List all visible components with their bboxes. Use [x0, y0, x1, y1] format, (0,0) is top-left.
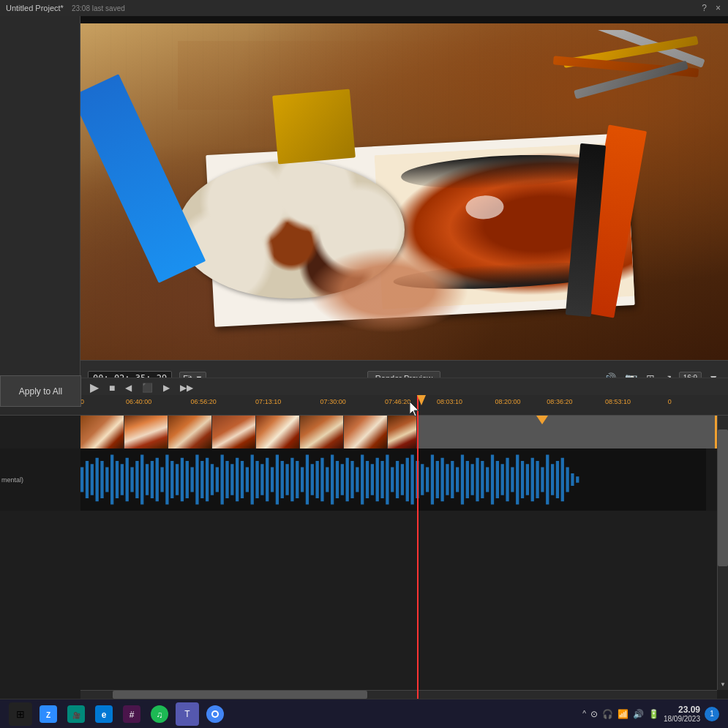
horizontal-scrollbar[interactable] — [80, 690, 717, 699]
svg-rect-44 — [296, 461, 299, 498]
svg-text:e: e — [102, 710, 107, 720]
svg-rect-66 — [406, 458, 409, 502]
video-container — [80, 16, 728, 375]
svg-rect-17 — [160, 468, 163, 492]
teams-taskbar-icon[interactable]: T — [176, 702, 199, 726]
svg-rect-94 — [546, 455, 549, 505]
scroll-down-arrow[interactable]: ▼ — [718, 679, 728, 690]
edge-taskbar-icon[interactable]: e — [92, 702, 116, 726]
svg-rect-3 — [91, 464, 94, 495]
svg-rect-69 — [421, 464, 424, 495]
slack-taskbar-icon[interactable]: # — [120, 702, 143, 726]
svg-rect-96 — [556, 461, 559, 498]
video-thumb-2 — [124, 416, 168, 449]
svg-rect-59 — [371, 464, 374, 495]
svg-rect-71 — [431, 455, 434, 505]
network-status-icon[interactable]: ⊙ — [590, 709, 598, 719]
apply-to-all-button[interactable]: Apply to All — [0, 375, 81, 407]
chrome-taskbar-icon[interactable] — [203, 702, 227, 726]
svg-rect-57 — [361, 455, 364, 505]
audio-track-label: mental) — [1, 476, 23, 484]
volume-taskbar-icon[interactable]: 🔊 — [633, 709, 644, 719]
title-bar-controls: ? × — [700, 3, 722, 13]
system-clock[interactable]: 23.09 18/09/2023 — [664, 705, 700, 723]
scrollbar-thumb[interactable] — [113, 691, 367, 699]
svg-rect-53 — [341, 464, 344, 495]
svg-rect-61 — [380, 461, 383, 498]
play-button[interactable]: ▶ — [88, 380, 101, 394]
zoom-taskbar-icon[interactable]: Z — [37, 702, 60, 726]
svg-rect-23 — [190, 468, 193, 492]
svg-rect-30 — [225, 461, 228, 498]
svg-rect-4 — [96, 458, 99, 502]
svg-rect-42 — [285, 464, 288, 495]
svg-rect-26 — [206, 458, 209, 502]
svg-rect-13 — [140, 455, 143, 505]
svg-rect-81 — [481, 461, 484, 498]
svg-text:🎥: 🎥 — [72, 711, 81, 720]
svg-rect-14 — [146, 464, 149, 495]
next-frame-button[interactable]: ▶ — [161, 383, 172, 393]
meet-taskbar-icon[interactable]: 🎥 — [64, 702, 88, 726]
start-menu-icon[interactable]: ⊞ — [9, 702, 32, 726]
svg-rect-5 — [100, 461, 103, 498]
ruler-mark-4: 07:30:00 — [320, 398, 346, 405]
timeline-area: 10 06:40:00 06:56:20 07:13:10 07:30:00 0… — [0, 395, 728, 699]
svg-point-114 — [213, 712, 217, 716]
svg-rect-63 — [391, 468, 394, 492]
svg-rect-87 — [511, 468, 514, 492]
svg-rect-62 — [386, 455, 389, 505]
svg-rect-79 — [471, 464, 474, 495]
svg-rect-77 — [461, 455, 464, 505]
ruler-marks: 10 06:40:00 06:56:20 07:13:10 07:30:00 0… — [80, 395, 728, 415]
notification-badge[interactable]: 1 — [705, 707, 719, 721]
svg-rect-58 — [366, 461, 369, 498]
svg-rect-8 — [116, 461, 119, 498]
svg-rect-34 — [246, 468, 249, 492]
help-button[interactable]: ? — [700, 3, 708, 13]
svg-rect-75 — [451, 461, 454, 498]
playhead-line — [417, 395, 419, 699]
svg-rect-20 — [176, 464, 179, 495]
svg-text:Z: Z — [46, 711, 50, 719]
svg-rect-22 — [186, 461, 189, 498]
ruler-mark-10: 0 — [668, 398, 672, 405]
svg-rect-52 — [336, 461, 339, 498]
svg-rect-9 — [121, 464, 124, 495]
stop-button[interactable]: ■ — [107, 382, 117, 394]
svg-rect-11 — [130, 468, 133, 492]
svg-rect-92 — [536, 461, 539, 498]
vertical-scrollbar[interactable]: ▼ — [717, 416, 728, 690]
svg-text:#: # — [130, 710, 135, 720]
wifi-icon[interactable]: 📶 — [618, 709, 628, 719]
close-button[interactable]: × — [714, 3, 722, 13]
prev-frame-button[interactable]: ◀ — [123, 383, 134, 393]
svg-rect-56 — [356, 468, 359, 492]
skip-forward-button[interactable]: ▶▶ — [178, 383, 195, 393]
svg-rect-78 — [466, 461, 469, 498]
svg-rect-65 — [401, 464, 404, 495]
audio-device-icon[interactable]: 🎧 — [602, 709, 613, 719]
svg-rect-70 — [426, 468, 429, 492]
video-thumb-4 — [212, 416, 256, 449]
svg-rect-40 — [276, 455, 279, 505]
video-track — [80, 416, 717, 449]
video-preview — [80, 23, 728, 367]
v-scrollbar-thumb[interactable] — [718, 429, 728, 567]
svg-rect-43 — [290, 458, 293, 502]
svg-rect-72 — [436, 461, 439, 498]
clip-icon[interactable]: ⬛ — [140, 383, 155, 393]
chevron-up-icon[interactable]: ^ — [582, 710, 586, 718]
svg-rect-80 — [476, 458, 479, 502]
svg-rect-84 — [496, 461, 499, 498]
svg-rect-16 — [156, 458, 159, 502]
svg-rect-10 — [126, 458, 129, 502]
svg-rect-97 — [561, 458, 564, 502]
battery-icon[interactable]: 🔋 — [648, 709, 659, 719]
svg-rect-49 — [320, 458, 323, 502]
audio-waveform — [80, 449, 706, 511]
svg-rect-45 — [301, 468, 304, 492]
spotify-taskbar-icon[interactable]: ♫ — [148, 702, 171, 726]
taskbar: ⊞ Z 🎥 e # ♫ T ^ ⊙ 🎧 📶 🔊 🔋 23.09 18/09/20… — [0, 699, 728, 728]
svg-rect-1 — [80, 468, 83, 492]
